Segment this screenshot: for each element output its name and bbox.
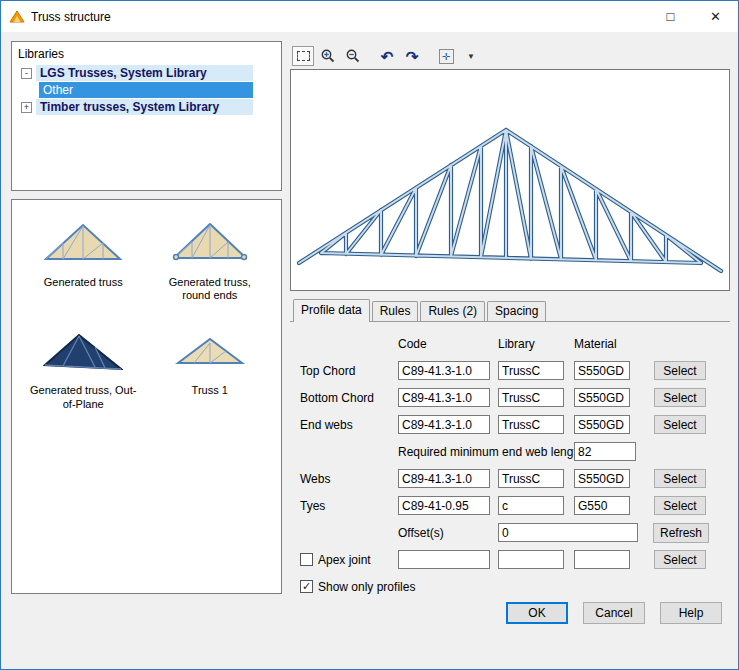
top-chord-label: Top Chord xyxy=(300,364,398,378)
toolbar-dropdown-icon[interactable]: ▼ xyxy=(460,46,482,66)
webs-code-input[interactable] xyxy=(398,469,490,488)
apex-code-input[interactable] xyxy=(398,550,490,569)
window-title: Truss structure xyxy=(31,10,111,24)
truss-preview-drawing xyxy=(291,70,729,290)
webs-select-button[interactable]: Select xyxy=(654,469,706,488)
offsets-input[interactable] xyxy=(498,523,638,542)
bottom-chord-library-input[interactable] xyxy=(498,388,564,407)
titlebar[interactable]: Truss structure □ ✕ xyxy=(1,1,738,32)
tyes-library-input[interactable] xyxy=(498,496,564,515)
close-button[interactable]: ✕ xyxy=(693,1,738,32)
tree-item-lgs-trusses[interactable]: - LGS Trusses, System Library xyxy=(18,65,275,81)
end-webs-row: End webs Select xyxy=(300,415,730,434)
thumbnail-generated-truss[interactable]: Generated truss xyxy=(24,212,142,289)
top-chord-row: Top Chord Select xyxy=(300,361,730,380)
tyes-label: Tyes xyxy=(300,499,398,513)
top-chord-material-input[interactable] xyxy=(574,361,630,380)
show-only-profiles-label: Show only profiles xyxy=(318,580,415,594)
bottom-chord-code-input[interactable] xyxy=(398,388,490,407)
libraries-header: Libraries xyxy=(18,47,275,61)
offsets-label: Offset(s) xyxy=(398,526,498,540)
min-end-web-length-input[interactable] xyxy=(574,442,636,461)
apex-material-input[interactable] xyxy=(574,550,630,569)
min-end-web-length-label: Required minimum end web length xyxy=(398,445,574,459)
bottom-chord-label: Bottom Chord xyxy=(300,391,398,405)
material-column-header: Material xyxy=(574,337,630,351)
tree-item-label: LGS Trusses, System Library xyxy=(36,65,253,81)
thumbnail-generated-truss-round-ends[interactable]: Generated truss, round ends xyxy=(151,212,269,302)
end-webs-code-input[interactable] xyxy=(398,415,490,434)
app-icon xyxy=(9,9,25,25)
settings-area: Profile data Rules Rules (2) Spacing Cod… xyxy=(290,300,730,604)
refresh-button[interactable]: Refresh xyxy=(653,523,709,543)
apex-select-button[interactable]: Select xyxy=(654,550,706,569)
truss-gallery-panel: Generated truss Generated truss, round e… xyxy=(11,199,282,594)
preview-toolbar: ↶ ↷ ✛ ▼ xyxy=(290,43,730,69)
top-chord-library-input[interactable] xyxy=(498,361,564,380)
bottom-chord-material-input[interactable] xyxy=(574,388,630,407)
tab-profile-data[interactable]: Profile data xyxy=(293,299,370,322)
area-select-icon[interactable] xyxy=(292,46,314,66)
thumbnail-label: Generated truss, round ends xyxy=(154,276,266,302)
maximize-button[interactable]: □ xyxy=(648,1,693,32)
webs-row: Webs Select xyxy=(300,469,730,488)
tyes-material-input[interactable] xyxy=(574,496,630,515)
tab-strip: Profile data Rules Rules (2) Spacing xyxy=(290,300,730,322)
apex-library-input[interactable] xyxy=(498,550,564,569)
tree-item-label: Timber trusses, System Library xyxy=(36,99,253,115)
tree-item-timber-trusses[interactable]: + Timber trusses, System Library xyxy=(18,99,275,115)
truss-preview-canvas[interactable] xyxy=(290,69,730,291)
collapse-icon[interactable]: - xyxy=(21,68,32,79)
expand-icon[interactable]: + xyxy=(21,102,32,113)
top-chord-code-input[interactable] xyxy=(398,361,490,380)
end-webs-label: End webs xyxy=(300,418,398,432)
thumbnail-generated-truss-out-of-plane[interactable]: Generated truss, Out-of-Plane xyxy=(24,320,142,410)
tree-item-other[interactable]: Other xyxy=(39,82,275,98)
ok-button[interactable]: OK xyxy=(506,602,568,624)
rotate-cw-icon[interactable]: ↷ xyxy=(401,46,423,66)
truss-thumbnail-image xyxy=(169,212,251,270)
tab-rules-2[interactable]: Rules (2) xyxy=(420,301,485,321)
bottom-chord-row: Bottom Chord Select xyxy=(300,388,730,407)
rotate-ccw-icon[interactable]: ↶ xyxy=(376,46,398,66)
tab-spacing[interactable]: Spacing xyxy=(487,301,546,321)
zoom-in-icon[interactable] xyxy=(317,46,339,66)
thumbnail-label: Truss 1 xyxy=(192,384,228,397)
truss-thumbnail-image xyxy=(169,320,251,378)
libraries-panel: Libraries - LGS Trusses, System Library … xyxy=(11,41,282,191)
min-end-web-length-row: Required minimum end web length xyxy=(300,442,730,461)
offsets-row: Offset(s) Refresh xyxy=(300,523,730,542)
webs-material-input[interactable] xyxy=(574,469,630,488)
thumbnail-label: Generated truss, Out-of-Plane xyxy=(27,384,139,410)
cancel-button[interactable]: Cancel xyxy=(583,602,645,624)
thumbnail-label: Generated truss xyxy=(44,276,123,289)
end-webs-select-button[interactable]: Select xyxy=(654,415,706,434)
bottom-chord-select-button[interactable]: Select xyxy=(654,388,706,407)
thumbnail-truss-1[interactable]: Truss 1 xyxy=(151,320,269,397)
tab-rules[interactable]: Rules xyxy=(372,301,419,321)
tyes-select-button[interactable]: Select xyxy=(654,496,706,515)
tyes-row: Tyes Select xyxy=(300,496,730,515)
code-column-header: Code xyxy=(398,337,498,351)
apex-joint-row: Apex joint Select xyxy=(300,550,730,569)
webs-library-input[interactable] xyxy=(498,469,564,488)
zoom-out-icon[interactable] xyxy=(342,46,364,66)
pan-icon[interactable]: ✛ xyxy=(435,46,457,66)
library-column-header: Library xyxy=(498,337,574,351)
end-webs-library-input[interactable] xyxy=(498,415,564,434)
tyes-code-input[interactable] xyxy=(398,496,490,515)
tree-item-label: Other xyxy=(39,82,253,98)
top-chord-select-button[interactable]: Select xyxy=(654,361,706,380)
profile-data-form: Code Library Material Top Chord Select B… xyxy=(290,322,730,596)
truss-thumbnail-image xyxy=(42,212,124,270)
show-only-profiles-row: ✓ Show only profiles xyxy=(300,577,730,596)
help-button[interactable]: Help xyxy=(660,602,722,624)
form-header-row: Code Library Material xyxy=(300,334,730,353)
preview-panel: ↶ ↷ ✛ ▼ xyxy=(290,43,730,291)
apex-joint-checkbox[interactable] xyxy=(300,553,313,566)
truss-structure-dialog: Truss structure □ ✕ Libraries - LGS Trus… xyxy=(0,0,739,670)
webs-label: Webs xyxy=(300,472,398,486)
end-webs-material-input[interactable] xyxy=(574,415,630,434)
dialog-footer: OK Cancel Help xyxy=(506,602,722,624)
show-only-profiles-checkbox[interactable]: ✓ xyxy=(300,580,313,593)
